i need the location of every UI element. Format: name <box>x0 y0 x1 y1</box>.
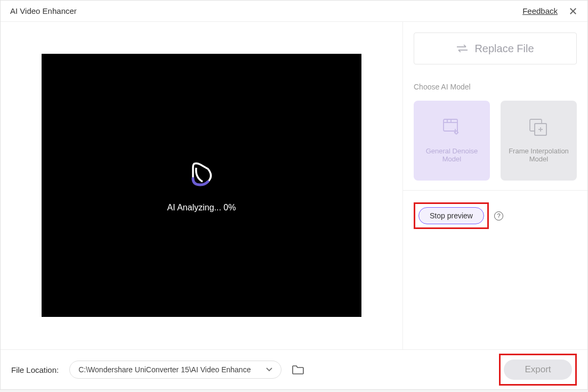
file-location-label: File Location: <box>11 365 59 374</box>
video-panel: AI Analyzing... 0% <box>1 22 402 349</box>
help-icon[interactable]: ? <box>494 211 503 220</box>
stop-preview-button[interactable]: Stop preview <box>418 207 484 224</box>
highlight-annotation: Export <box>499 354 577 386</box>
file-location-path: C:\Wondershare UniConverter 15\AI Video … <box>78 365 251 374</box>
swap-icon <box>456 45 468 52</box>
chevron-down-icon <box>266 368 272 372</box>
app-logo-icon <box>186 158 218 190</box>
model-label: General Denoise Model <box>414 147 490 163</box>
footer: File Location: C:\Wondershare UniConvert… <box>1 349 587 389</box>
footer-left: File Location: C:\Wondershare UniConvert… <box>11 361 304 379</box>
content: AI Analyzing... 0% Replace File Choose A… <box>1 22 587 349</box>
titlebar: AI Video Enhancer Feedback <box>1 1 587 22</box>
model-grid: General Denoise Model Frame Interpolatio… <box>414 101 577 181</box>
model-general-denoise[interactable]: General Denoise Model <box>414 101 490 181</box>
sidebar: Replace File Choose AI Model General Den… <box>402 22 587 349</box>
model-label: Frame Interpolation Model <box>501 147 577 163</box>
divider <box>403 190 587 191</box>
feedback-link[interactable]: Feedback <box>522 6 558 15</box>
window-title: AI Video Enhancer <box>10 6 77 15</box>
preview-row: Stop preview ? <box>414 202 577 229</box>
close-icon[interactable] <box>568 6 578 16</box>
window: AI Video Enhancer Feedback AI Analyzing.… <box>0 0 588 390</box>
choose-model-header: Choose AI Model <box>414 83 577 91</box>
file-location-select[interactable]: C:\Wondershare UniConverter 15\AI Video … <box>69 361 281 379</box>
denoise-icon <box>441 118 463 136</box>
replace-file-button[interactable]: Replace File <box>414 32 577 64</box>
analyzing-status: AI Analyzing... 0% <box>167 203 236 213</box>
highlight-annotation: Stop preview <box>414 202 489 229</box>
video-preview: AI Analyzing... 0% <box>42 54 361 317</box>
replace-file-label: Replace File <box>474 43 534 55</box>
interpolation-icon <box>528 118 550 136</box>
model-frame-interpolation[interactable]: Frame Interpolation Model <box>501 101 577 181</box>
export-button[interactable]: Export <box>504 360 572 380</box>
folder-icon[interactable] <box>292 365 304 374</box>
